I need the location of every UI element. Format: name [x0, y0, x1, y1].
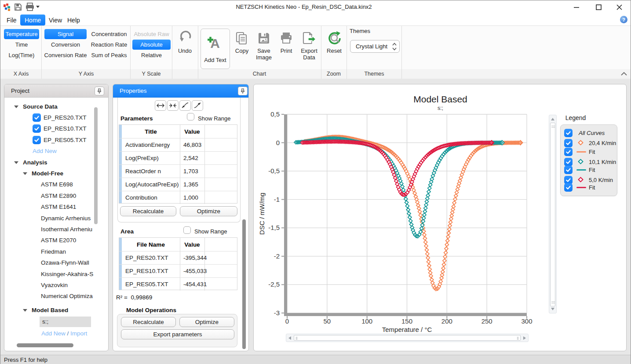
- tree-item-ep-res05-txt[interactable]: EP_RES05.TXT: [4, 135, 108, 146]
- themes-dropdown[interactable]: Crystal Light: [350, 40, 400, 53]
- undo-icon[interactable]: [178, 29, 193, 43]
- vscroll-up-arrow[interactable]: [551, 118, 554, 120]
- curve-up-icon[interactable]: [192, 100, 203, 111]
- legend-checkbox[interactable]: [564, 166, 573, 174]
- model-recalculate-button[interactable]: Recalculate: [121, 317, 176, 327]
- menu-home[interactable]: Home: [20, 15, 45, 25]
- export-parameters-button[interactable]: Export parameters: [121, 329, 234, 339]
- table-row: EP_RES10.TXT-455,033: [119, 264, 237, 277]
- tree-item-astm-e1641[interactable]: ASTM E1641: [4, 202, 108, 213]
- properties-panel: Properties Parameters Show Range Title V…: [113, 84, 249, 351]
- parameters-show-range-checkbox[interactable]: [187, 113, 194, 120]
- tree-checkbox[interactable]: [33, 124, 41, 133]
- copy-icon[interactable]: [235, 32, 248, 47]
- curve-down-icon[interactable]: [179, 100, 191, 111]
- tree-checkbox[interactable]: [33, 136, 41, 144]
- tree-item-numerical-optimiza[interactable]: Numerical Optimiza: [4, 291, 108, 302]
- area-show-range-checkbox[interactable]: [183, 226, 191, 234]
- yaxis-conversion-button[interactable]: Conversion: [44, 40, 87, 50]
- yaxis-concentration-button[interactable]: Concentration: [89, 29, 129, 39]
- yscale-absolute-button[interactable]: Absolute: [132, 40, 171, 50]
- print-icon[interactable]: [280, 32, 293, 47]
- tree-item-add-new[interactable]: Add New: [4, 146, 108, 157]
- yaxis-reactionrate-button[interactable]: Reaction Rate: [89, 40, 129, 50]
- hscroll-right-arrow[interactable]: [523, 336, 526, 340]
- tree-expand-icon[interactable]: [23, 172, 27, 175]
- vscroll-thumb[interactable]: [550, 123, 555, 306]
- tree-expand-icon[interactable]: [23, 309, 27, 312]
- project-tree-hscrollbar[interactable]: [17, 343, 73, 347]
- series-204Kmin: [303, 135, 523, 291]
- legend-checkbox[interactable]: [564, 129, 573, 137]
- model-optimize-button[interactable]: Optimize: [179, 317, 234, 327]
- area-header-filename: File Name: [122, 238, 180, 251]
- project-tree-vscrollbar[interactable]: [94, 107, 98, 224]
- yaxis-conversionrate-button[interactable]: Conversion Rate: [44, 50, 87, 60]
- tree-item-astm-e2890[interactable]: ASTM E2890: [4, 191, 108, 202]
- collapse-ribbon-icon[interactable]: [620, 70, 627, 78]
- group-caption-xaxis: X Axis: [0, 71, 42, 77]
- save-image-icon[interactable]: [257, 32, 270, 47]
- tree-item-dynamic-arrhenius[interactable]: Dynamic Arrhenius: [4, 213, 108, 224]
- yscale-relative-button[interactable]: Relative: [132, 50, 171, 60]
- close-button[interactable]: [612, 0, 627, 14]
- tree-item-source-data[interactable]: Source Data: [4, 102, 108, 113]
- add-text-button[interactable]: A Add Text: [201, 29, 230, 69]
- yaxis-signal-button[interactable]: Signal: [44, 29, 87, 39]
- xaxis-temperature-button[interactable]: Temperature: [4, 29, 39, 39]
- hscroll-left-arrow[interactable]: [288, 336, 291, 340]
- export-data-icon[interactable]: [302, 32, 316, 47]
- legend-checkbox[interactable]: [564, 158, 573, 166]
- menu-help[interactable]: Help: [63, 15, 84, 25]
- legend-checkbox[interactable]: [564, 139, 573, 147]
- reset-label: Reset: [321, 47, 347, 54]
- legend-checkbox[interactable]: [564, 183, 573, 192]
- tree-item-ep-res10-txt[interactable]: EP_RES10.TXT: [4, 124, 108, 135]
- properties-vscrollbar[interactable]: [242, 219, 246, 349]
- vscroll-down-arrow[interactable]: [551, 308, 554, 310]
- tree-checkbox[interactable]: [33, 113, 41, 122]
- tree-expand-icon[interactable]: [14, 106, 18, 108]
- tree-item-friedman[interactable]: Friedman: [4, 247, 108, 258]
- chart-vscrollbar[interactable]: [549, 115, 557, 313]
- group-caption-yscale: Y Scale: [130, 71, 172, 77]
- svg-text:-1,5: -1,5: [268, 224, 280, 231]
- menu-file[interactable]: File: [2, 15, 21, 25]
- tree-item-ep-res20-txt[interactable]: EP_RES20.TXT: [4, 113, 108, 124]
- tree-item-vyazovkin[interactable]: Vyazovkin: [4, 280, 108, 291]
- table-row: Log(AutocatPreExp)1,365: [119, 178, 237, 191]
- minimize-button[interactable]: [569, 0, 584, 14]
- maximize-button[interactable]: [591, 0, 606, 14]
- chart-hscrollbar[interactable]: [286, 334, 529, 342]
- tree-expand-icon[interactable]: [14, 161, 18, 164]
- help-icon[interactable]: ?: [620, 16, 627, 23]
- xaxis-time-button[interactable]: Time: [4, 40, 39, 50]
- tree-item-isothermal-arrheniu[interactable]: Isothermal Arrheniu: [4, 224, 108, 235]
- themes-spinner-icon[interactable]: [392, 42, 397, 53]
- legend-checkbox[interactable]: [564, 148, 573, 156]
- tree-item-model-based[interactable]: Model Based: [4, 305, 108, 316]
- project-panel: Project Source DataEP_RES20.TXTEP_RES10.…: [4, 84, 109, 351]
- tree-item-analysis[interactable]: Analysis: [4, 157, 108, 168]
- tree-item-addnewimport[interactable]: Add New / Import: [4, 328, 108, 339]
- tree-item-kissinger-akahira-s[interactable]: Kissinger-Akahira-S: [4, 269, 108, 280]
- parameters-optimize-button[interactable]: Optimize: [180, 206, 237, 216]
- tree-item-astm-e2070[interactable]: ASTM E2070: [4, 235, 108, 246]
- xaxis-logtime-button[interactable]: Log(Time): [4, 50, 39, 60]
- tree-item-model-free[interactable]: Model-Free: [4, 168, 108, 179]
- project-pin-button[interactable]: [95, 87, 104, 95]
- hscroll-thumb[interactable]: [294, 335, 521, 341]
- properties-panel-title: Properties: [113, 87, 147, 94]
- reset-zoom-icon[interactable]: [327, 30, 343, 48]
- tree-item-s-[interactable]: s:;: [4, 317, 108, 328]
- yscale-absoluteraw-button[interactable]: Absolute Raw: [132, 29, 171, 39]
- expand-width-icon[interactable]: [155, 100, 166, 111]
- parameters-label: Parameters: [120, 115, 153, 122]
- group-caption-zoom: Zoom: [321, 71, 347, 77]
- parameters-recalculate-button[interactable]: Recalculate: [120, 206, 176, 216]
- tree-item-ozawa-flynn-wall[interactable]: Ozawa-Flynn-Wall: [4, 258, 108, 269]
- properties-pin-button[interactable]: [238, 87, 248, 95]
- collapse-width-icon[interactable]: [167, 100, 179, 111]
- yaxis-sumofpeaks-button[interactable]: Sum of Peaks: [89, 50, 129, 60]
- tree-item-astm-e698[interactable]: ASTM E698: [4, 179, 108, 190]
